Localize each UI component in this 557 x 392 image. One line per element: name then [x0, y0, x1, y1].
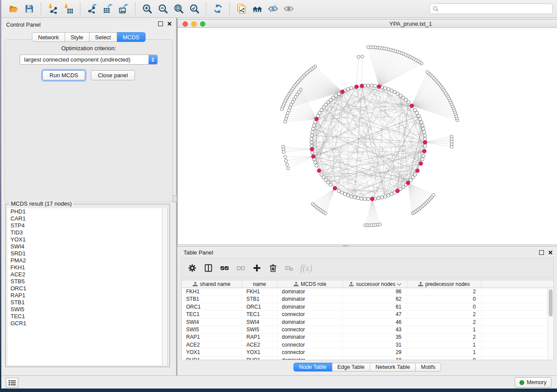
- network-node[interactable]: [355, 85, 359, 89]
- refresh-layout-button[interactable]: [211, 2, 225, 15]
- tab-network[interactable]: Network: [32, 32, 65, 42]
- network-node[interactable]: [311, 155, 315, 158]
- network-node[interactable]: [422, 127, 425, 131]
- close-panel-icon[interactable]: [167, 21, 172, 26]
- network-node[interactable]: [346, 194, 350, 197]
- export-table-button[interactable]: [101, 2, 115, 15]
- deselect-all-button[interactable]: [235, 262, 247, 274]
- result-list-item[interactable]: PMA2: [7, 257, 168, 264]
- network-node[interactable]: [361, 55, 364, 58]
- network-node[interactable]: [370, 84, 374, 87]
- result-list-item[interactable]: STP4: [7, 222, 168, 229]
- network-node[interactable]: [413, 173, 417, 176]
- table-row[interactable]: ACE2ACE2connector311: [182, 341, 554, 349]
- result-list-item[interactable]: ORC1: [7, 285, 168, 292]
- network-node[interactable]: [315, 164, 318, 168]
- table-row[interactable]: STB1STB1dominator620: [182, 296, 554, 303]
- tab-node-table[interactable]: Node Table: [293, 363, 332, 371]
- network-node[interactable]: [396, 189, 400, 193]
- column-header-predecessor-nodes[interactable]: predecessor nodes: [407, 280, 481, 288]
- network-node[interactable]: [432, 193, 435, 196]
- network-node[interactable]: [346, 88, 350, 91]
- network-node[interactable]: [384, 195, 387, 198]
- result-list-item[interactable]: TID3: [7, 229, 168, 236]
- tab-network-table[interactable]: Network Table: [370, 363, 416, 371]
- zoom-fit-button[interactable]: [172, 2, 186, 15]
- network-node[interactable]: [285, 163, 288, 166]
- network-node[interactable]: [285, 114, 288, 117]
- open-file-button[interactable]: [7, 2, 21, 15]
- network-node[interactable]: [377, 85, 381, 89]
- add-column-button[interactable]: [251, 262, 263, 274]
- network-node[interactable]: [310, 134, 314, 138]
- column-header-name[interactable]: name: [242, 280, 277, 288]
- export-image-button[interactable]: [117, 2, 131, 15]
- network-node[interactable]: [356, 196, 360, 200]
- network-node[interactable]: [367, 46, 370, 49]
- network-node[interactable]: [350, 86, 353, 90]
- window-close-traffic-icon[interactable]: [183, 21, 188, 27]
- network-node[interactable]: [284, 117, 287, 120]
- network-node[interactable]: [311, 131, 314, 134]
- import-table-button[interactable]: [62, 2, 76, 15]
- criterion-select[interactable]: largest connected component (undirected): [20, 55, 158, 65]
- network-node[interactable]: [367, 197, 370, 201]
- network-node[interactable]: [284, 155, 287, 158]
- result-list-item[interactable]: GCR1: [7, 320, 168, 327]
- network-node[interactable]: [287, 167, 290, 170]
- network-node[interactable]: [419, 162, 423, 165]
- delete-column-button[interactable]: [267, 262, 279, 274]
- export-network-button[interactable]: [85, 2, 99, 15]
- network-node[interactable]: [357, 55, 360, 58]
- column-header-successor-nodes[interactable]: successor nodes: [343, 280, 407, 288]
- network-node[interactable]: [311, 127, 315, 131]
- network-node[interactable]: [421, 158, 424, 161]
- float-panel-icon[interactable]: [158, 21, 163, 26]
- network-node[interactable]: [377, 196, 381, 200]
- result-list-item[interactable]: YOX1: [7, 236, 168, 243]
- tab-style[interactable]: Style: [65, 32, 90, 42]
- tab-motifs[interactable]: Motifs: [415, 363, 441, 371]
- network-node[interactable]: [353, 196, 356, 199]
- network-node[interactable]: [311, 151, 314, 155]
- result-list-item[interactable]: STB5: [7, 278, 168, 285]
- network-node[interactable]: [393, 90, 397, 94]
- select-all-button[interactable]: [218, 262, 231, 274]
- network-node[interactable]: [423, 144, 427, 148]
- network-node[interactable]: [282, 151, 285, 154]
- column-header-MCDS-role[interactable]: MCDS role: [277, 280, 343, 288]
- table-row[interactable]: SWI5SWI5connector431: [182, 326, 554, 334]
- network-node[interactable]: [324, 212, 327, 215]
- scrollbar-thumb[interactable]: [549, 289, 553, 316]
- network-node[interactable]: [387, 88, 390, 91]
- close-panel-icon[interactable]: [548, 250, 553, 255]
- table-options-button[interactable]: [186, 262, 198, 274]
- window-maximize-traffic-icon[interactable]: [200, 21, 205, 27]
- network-node[interactable]: [390, 89, 394, 93]
- network-node[interactable]: [315, 117, 318, 121]
- tab-mcds[interactable]: MCDS: [117, 32, 145, 42]
- network-node[interactable]: [384, 86, 387, 90]
- table-row[interactable]: FKH1FKH1dominator962: [182, 288, 554, 296]
- network-canvas[interactable]: [178, 28, 557, 244]
- memory-button[interactable]: Memory: [515, 377, 551, 388]
- network-node[interactable]: [417, 114, 420, 118]
- table-row[interactable]: ORC1ORC1dominator610: [182, 303, 554, 311]
- network-node[interactable]: [350, 195, 353, 198]
- result-list-item[interactable]: ACE2: [7, 271, 168, 278]
- network-node[interactable]: [314, 161, 317, 164]
- show-column-panel-button[interactable]: [202, 262, 214, 274]
- run-mcds-button[interactable]: Run MCDS: [42, 70, 85, 80]
- network-node[interactable]: [413, 108, 417, 112]
- network-node[interactable]: [422, 149, 426, 153]
- network-node[interactable]: [329, 183, 332, 187]
- network-node[interactable]: [450, 135, 453, 138]
- network-node[interactable]: [380, 196, 384, 199]
- new-network-from-selection-button[interactable]: [235, 2, 249, 15]
- result-list-item[interactable]: RAP1: [7, 292, 168, 299]
- network-node[interactable]: [343, 193, 347, 196]
- network-node[interactable]: [360, 197, 363, 200]
- network-node[interactable]: [422, 131, 426, 134]
- network-node[interactable]: [374, 84, 377, 88]
- network-node[interactable]: [390, 193, 394, 196]
